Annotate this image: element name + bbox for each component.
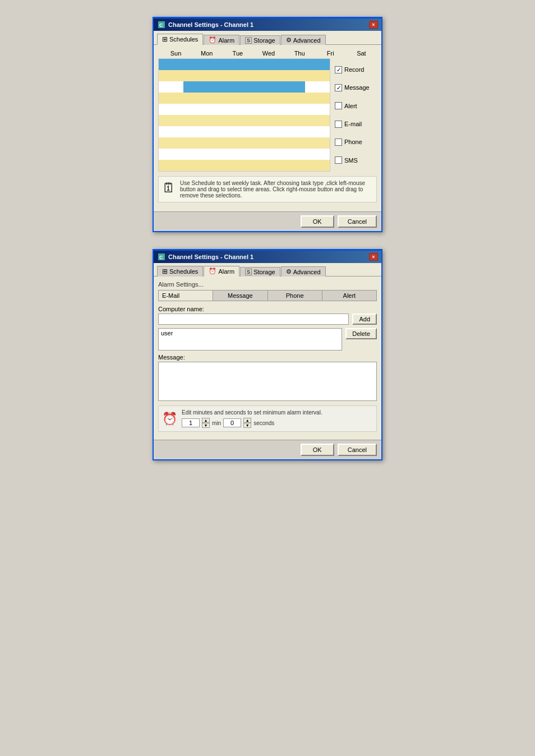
- user-list-row: user Delete: [158, 328, 377, 351]
- tab-label-alarm-2: Alarm: [218, 268, 234, 275]
- email-label: E-mail: [344, 121, 362, 127]
- close-button-1[interactable]: ×: [369, 21, 378, 29]
- schedule-row-1: [159, 59, 330, 70]
- tab-label-schedules-1: Schedules: [169, 36, 198, 43]
- window1: C Channel Settings - Channel 1 × ⊞ Sched…: [153, 17, 382, 232]
- alarm-tabs: E-Mail Message Phone Alert: [158, 290, 377, 301]
- computer-name-input[interactable]: [158, 314, 349, 325]
- tab-bar-1: ⊞ Schedules ⏰ Alarm S Storage ⚙ Advanced: [154, 31, 381, 45]
- schedule-row-9: [159, 149, 330, 160]
- alarm-icon-2: ⏰: [209, 268, 216, 275]
- tab-bar-2: ⊞ Schedules ⏰ Alarm S Storage ⚙ Advanced: [154, 263, 381, 276]
- min-down-arrow[interactable]: ▼: [202, 423, 210, 428]
- email-checkbox[interactable]: [335, 121, 342, 128]
- record-checkbox[interactable]: [335, 66, 342, 73]
- min-up-arrow[interactable]: ▲: [202, 418, 210, 423]
- svg-text:C: C: [159, 255, 163, 260]
- alarm-tab-alert[interactable]: Alert: [322, 291, 376, 301]
- spinner-group: ▲ ▼ min ▲ ▼ seconds: [182, 418, 322, 428]
- schedule-row-5: [159, 104, 330, 115]
- day-sun: Sun: [160, 49, 191, 57]
- message-textarea[interactable]: [158, 362, 377, 401]
- storage-icon-2: S: [245, 269, 252, 275]
- schedule-content: Sun Mon Tue Wed Thu Fri Sat: [154, 45, 381, 211]
- tab-label-storage-2: Storage: [253, 269, 275, 275]
- tab-advanced-1[interactable]: ⚙ Advanced: [281, 35, 326, 45]
- schedule-grid[interactable]: [158, 58, 330, 172]
- message-group: Message:: [158, 354, 377, 402]
- window-title-1: Channel Settings - Channel 1: [168, 21, 253, 28]
- ok-button-2[interactable]: OK: [301, 444, 334, 456]
- tab-schedules-1[interactable]: ⊞ Schedules: [157, 34, 203, 45]
- schedule-area: Record Message Alert E-mail Phone: [158, 58, 377, 172]
- alarm-content: Alarm Settings... E-Mail Message Phone A…: [154, 276, 381, 440]
- day-sat: Sat: [346, 49, 377, 57]
- advanced-icon-1: ⚙: [286, 36, 292, 44]
- user-list[interactable]: user: [158, 328, 342, 351]
- alert-checkbox[interactable]: [335, 102, 342, 109]
- button-bar-1: OK Cancel: [154, 211, 381, 231]
- alarm-clock-icon: ⏰: [162, 412, 177, 426]
- close-button-2[interactable]: ×: [369, 253, 378, 261]
- tab-label-schedules-2: Schedules: [169, 268, 198, 275]
- delete-button[interactable]: Delete: [345, 328, 377, 339]
- schedule-row-6: [159, 115, 330, 126]
- min-spinner-input[interactable]: [182, 418, 200, 427]
- schedule-row-2: [159, 70, 330, 81]
- storage-icon-1: S: [245, 37, 252, 44]
- tab-storage-2[interactable]: S Storage: [240, 267, 280, 276]
- day-thu: Thu: [284, 49, 315, 57]
- tab-alarm-2[interactable]: ⏰ Alarm: [204, 266, 239, 276]
- window-icon-2: C: [157, 252, 166, 261]
- tab-advanced-2[interactable]: ⚙ Advanced: [281, 266, 326, 276]
- alert-label: Alert: [344, 103, 357, 109]
- advanced-icon-2: ⚙: [286, 268, 292, 275]
- alarm-tab-phone[interactable]: Phone: [268, 291, 322, 301]
- schedules-icon-2: ⊞: [162, 268, 168, 275]
- checkbox-email[interactable]: E-mail: [335, 121, 377, 128]
- schedule-row-8: [159, 137, 330, 149]
- bottom-info-bar: ⏰ Edit minutes and seconds to set minimu…: [158, 405, 377, 432]
- phone-checkbox[interactable]: [335, 139, 342, 146]
- cancel-button-1[interactable]: Cancel: [338, 215, 377, 228]
- alarm-icon-1: ⏰: [209, 36, 216, 44]
- tab-label-alarm-1: Alarm: [218, 37, 234, 44]
- svg-text:C: C: [159, 22, 163, 28]
- checkbox-sms[interactable]: SMS: [335, 156, 377, 164]
- schedule-row-4: [159, 93, 330, 104]
- checkbox-message[interactable]: Message: [335, 84, 377, 91]
- info-text-1: Use Schedule to set weekly task. After c…: [180, 180, 373, 199]
- tab-storage-1[interactable]: S Storage: [240, 35, 280, 45]
- message-label-field: Message:: [158, 354, 377, 361]
- checkbox-record[interactable]: Record: [335, 66, 377, 73]
- day-tue: Tue: [222, 49, 253, 57]
- cancel-button-2[interactable]: Cancel: [338, 444, 377, 456]
- add-button[interactable]: Add: [352, 314, 377, 325]
- sec-up-arrow[interactable]: ▲: [243, 418, 251, 423]
- ok-button-1[interactable]: OK: [301, 215, 334, 228]
- message-checkbox[interactable]: [335, 84, 342, 91]
- alarm-tab-message[interactable]: Message: [213, 291, 268, 301]
- alarm-tab-alert-label: Alert: [343, 292, 356, 299]
- tab-alarm-1[interactable]: ⏰ Alarm: [204, 35, 239, 45]
- checkbox-phone[interactable]: Phone: [335, 139, 377, 146]
- phone-label: Phone: [344, 139, 362, 145]
- computer-name-row: Add: [158, 314, 377, 325]
- sms-checkbox[interactable]: [335, 156, 342, 164]
- sec-spinner-input[interactable]: [223, 418, 241, 427]
- window-title-2: Channel Settings - Channel 1: [168, 253, 253, 260]
- alarm-tab-email[interactable]: E-Mail: [159, 291, 213, 301]
- record-label: Record: [344, 66, 364, 73]
- day-wed: Wed: [253, 49, 284, 57]
- tab-label-advanced-1: Advanced: [293, 37, 321, 44]
- day-mon: Mon: [191, 49, 222, 57]
- tab-schedules-2[interactable]: ⊞ Schedules: [157, 266, 203, 276]
- day-fri: Fri: [315, 49, 346, 57]
- alarm-tab-email-label: E-Mail: [162, 292, 179, 299]
- computer-name-group: Computer name: Add: [158, 306, 377, 325]
- title-bar-2: C Channel Settings - Channel 1 ×: [154, 251, 381, 263]
- sec-spinner-arrows: ▲ ▼: [243, 418, 251, 428]
- checkbox-alert[interactable]: Alert: [335, 102, 377, 109]
- sec-down-arrow[interactable]: ▼: [243, 423, 251, 428]
- alarm-section-title: Alarm Settings...: [158, 281, 377, 288]
